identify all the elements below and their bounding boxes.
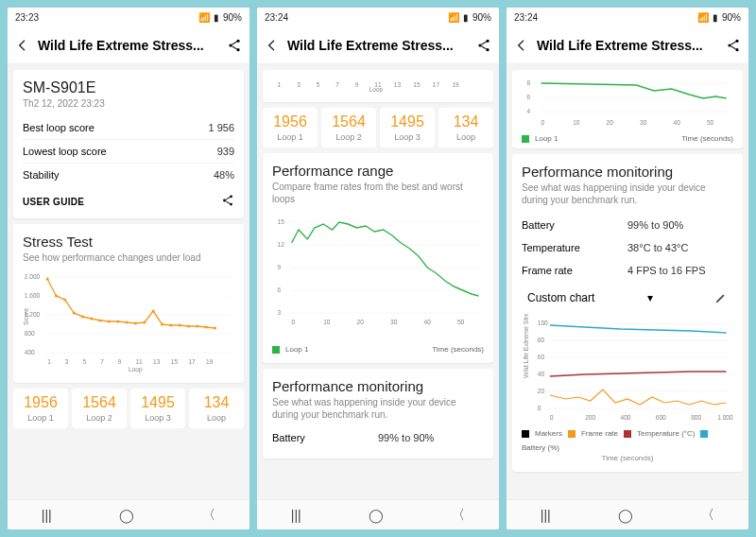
stress-test-card: Stress Test See how performance changes …: [13, 224, 244, 383]
svg-text:3: 3: [297, 81, 301, 88]
share-button[interactable]: [227, 38, 242, 53]
recents-button[interactable]: |||: [541, 508, 551, 523]
svg-text:0: 0: [538, 405, 541, 411]
svg-text:11: 11: [135, 358, 142, 365]
back-nav-button[interactable]: 〈: [202, 507, 215, 524]
svg-point-16: [46, 277, 49, 280]
signal-icon: ▮: [214, 12, 219, 23]
custom-yaxis-label: Wild Life Extreme Stress Test: [524, 314, 530, 378]
share-button[interactable]: [476, 38, 491, 53]
phone-screen-1: 23:23 📶 ▮ 90% Wild Life Extreme Stress..…: [8, 8, 249, 529]
loop-scores-row: 1956Loop 1 1564Loop 2 1495Loop 3 134Loop: [263, 108, 493, 147]
best-loop-label: Best loop score: [23, 122, 208, 133]
svg-text:20: 20: [538, 388, 544, 394]
svg-text:30: 30: [640, 119, 646, 126]
back-button[interactable]: [514, 38, 529, 53]
custom-chart: 100806040200 02004006008001.000 Wild Lif…: [522, 314, 733, 427]
svg-text:5: 5: [317, 81, 320, 88]
page-title: Wild Life Extreme Stress...: [537, 38, 718, 53]
svg-text:1: 1: [47, 358, 51, 365]
signal-icon: ▮: [713, 12, 718, 23]
stability-value: 48%: [214, 169, 234, 181]
back-nav-button[interactable]: 〈: [701, 507, 714, 524]
svg-text:800: 800: [25, 330, 35, 337]
edit-button[interactable]: [714, 291, 728, 304]
statusbar: 23:23 📶 ▮ 90%: [8, 8, 249, 26]
svg-text:30: 30: [390, 319, 397, 325]
svg-text:15: 15: [171, 358, 178, 365]
svg-text:50: 50: [707, 119, 713, 126]
summary-card: SM-S901E Th2 12, 2022 23:23 Best loop sc…: [13, 70, 244, 218]
range-chart-tail: 864 01020304050 Loop 1Time (seconds): [512, 70, 743, 148]
battery-label: Battery: [272, 432, 378, 443]
home-button[interactable]: ◯: [618, 508, 633, 523]
status-time: 23:24: [514, 12, 538, 23]
back-nav-button[interactable]: 〈: [452, 507, 465, 524]
share-results-button[interactable]: [221, 194, 234, 209]
svg-text:40: 40: [538, 371, 544, 377]
svg-point-28: [152, 309, 155, 312]
page-title: Wild Life Extreme Stress...: [38, 38, 219, 53]
svg-text:0: 0: [541, 119, 545, 126]
loop-box[interactable]: 1495Loop 3: [130, 389, 185, 428]
loop-box[interactable]: 1564Loop 2: [321, 108, 376, 147]
phone-screen-3: 23:24📶▮90% Wild Life Extreme Stress... 8…: [507, 8, 748, 529]
mon-title: Performance monitoring: [272, 378, 484, 394]
loop-box[interactable]: 134Loop: [189, 389, 244, 428]
loop-box[interactable]: 1956Loop 1: [13, 389, 68, 428]
svg-text:Loop: Loop: [369, 86, 384, 93]
custom-chart-dropdown[interactable]: Custom chart: [527, 291, 594, 304]
svg-point-29: [161, 322, 163, 325]
home-button[interactable]: ◯: [369, 508, 384, 523]
svg-point-18: [63, 298, 66, 301]
recents-button[interactable]: |||: [291, 508, 301, 523]
svg-text:600: 600: [656, 414, 666, 421]
page-title: Wild Life Extreme Stress...: [287, 38, 469, 53]
svg-text:15: 15: [278, 218, 284, 225]
signal-icon: ▮: [463, 12, 469, 23]
home-button[interactable]: ◯: [119, 508, 134, 523]
svg-text:Score: Score: [23, 307, 29, 325]
stability-label: Stability: [23, 169, 214, 181]
performance-range-card: Performance range Compare frame rates fr…: [263, 153, 493, 363]
svg-text:5: 5: [82, 358, 86, 365]
svg-point-25: [126, 320, 129, 323]
svg-point-32: [187, 324, 190, 327]
appbar: Wild Life Extreme Stress...: [8, 26, 249, 64]
device-name: SM-S901E: [23, 79, 234, 96]
wifi-icon: 📶: [198, 12, 210, 23]
range-chart: 1512963 01020304050 Frame rate: [272, 211, 484, 343]
mini-chart-card: 135791113151719Loop: [263, 70, 493, 102]
svg-text:40: 40: [424, 319, 431, 325]
loop-box[interactable]: 134Loop: [438, 108, 493, 147]
recents-button[interactable]: |||: [42, 508, 52, 523]
svg-text:0: 0: [550, 414, 554, 421]
svg-point-35: [214, 326, 216, 329]
loop-box[interactable]: 1956Loop 1: [263, 108, 318, 147]
svg-text:3: 3: [65, 358, 69, 365]
user-guide-link[interactable]: USER GUIDE: [23, 197, 84, 207]
loop-box[interactable]: 1495Loop 3: [380, 108, 435, 147]
svg-text:2.000: 2.000: [25, 273, 41, 280]
back-button[interactable]: [15, 38, 30, 53]
svg-text:8: 8: [527, 79, 531, 86]
stress-sub: See how performance changes under load: [23, 251, 234, 264]
svg-text:20: 20: [607, 119, 613, 126]
svg-text:9: 9: [355, 81, 359, 88]
phone-screen-2: 23:24 📶▮90% Wild Life Extreme Stress... …: [257, 8, 499, 529]
svg-text:800: 800: [691, 414, 701, 421]
svg-point-24: [116, 320, 119, 322]
loop-box[interactable]: 1564Loop 2: [72, 389, 127, 428]
svg-text:4: 4: [527, 108, 531, 114]
android-navbar: ||| ◯ 〈: [8, 499, 249, 529]
lowest-loop-value: 939: [217, 146, 234, 157]
svg-text:100: 100: [538, 320, 548, 326]
chevron-down-icon[interactable]: ▾: [647, 291, 653, 304]
custom-legend: Markers Frame rate Temperature (°C) Batt…: [522, 429, 733, 452]
svg-point-19: [73, 311, 76, 314]
wifi-icon: 📶: [448, 12, 459, 23]
svg-text:9: 9: [278, 264, 282, 270]
back-button[interactable]: [265, 38, 280, 53]
svg-text:6: 6: [527, 94, 531, 100]
share-button[interactable]: [726, 38, 741, 53]
